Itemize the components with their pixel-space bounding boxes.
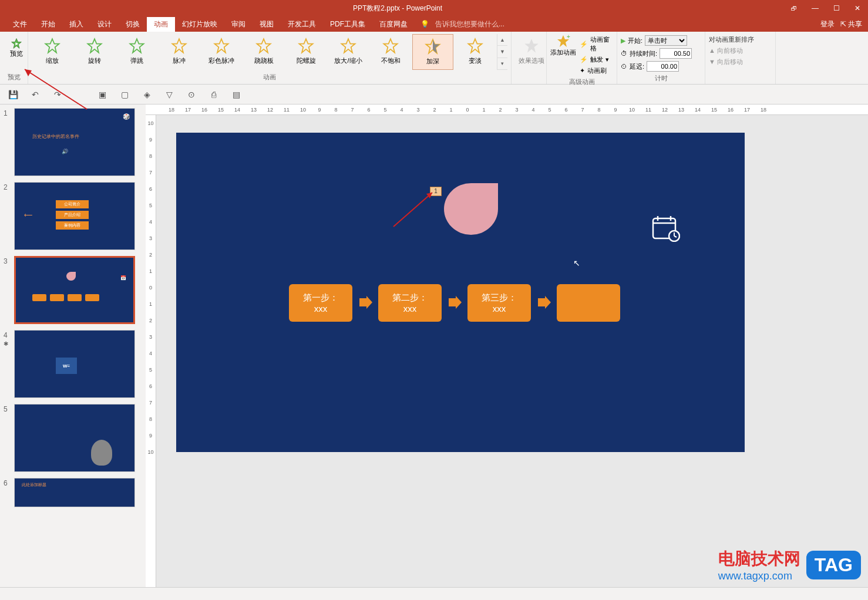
svg-marker-9 bbox=[341, 39, 355, 52]
qat-btn-5[interactable]: ⊙ bbox=[186, 89, 197, 100]
svg-marker-4 bbox=[130, 39, 143, 52]
step-arrow-3[interactable] bbox=[537, 295, 552, 310]
tab-view[interactable]: 视图 bbox=[253, 17, 281, 32]
qat-save-button[interactable]: 💾 bbox=[7, 89, 19, 100]
add-animation-icon: + bbox=[556, 34, 570, 48]
horizontal-ruler[interactable]: 1817161514131211109876543210123456789101… bbox=[146, 105, 868, 115]
animation-pane-button[interactable]: ⚡动画窗格 bbox=[580, 34, 613, 54]
tab-animations[interactable]: 动画 bbox=[147, 17, 175, 32]
anim-desaturate[interactable]: 不饱和 bbox=[370, 34, 411, 70]
tab-pdf[interactable]: PDF工具集 bbox=[323, 17, 372, 32]
pink-teardrop-shape[interactable] bbox=[444, 183, 498, 235]
vertical-ruler[interactable]: 10987654321012345678910 bbox=[146, 115, 156, 587]
step-box-4[interactable] bbox=[557, 284, 620, 322]
thumb-slide-3[interactable]: 📅 bbox=[14, 256, 135, 324]
ribbon: 预览 预览 缩放 旋转 弹跳 脉冲 彩色脉冲 跷跷板 陀螺旋 放大/缩小 不饱和… bbox=[0, 32, 868, 85]
menu-bar: 文件 开始 插入 设计 切换 动画 幻灯片放映 审阅 视图 开发工具 PDF工具… bbox=[0, 16, 868, 32]
thumb-slide-5[interactable] bbox=[14, 404, 135, 472]
effect-options-icon bbox=[523, 38, 540, 54]
maximize-button[interactable]: ☐ bbox=[826, 0, 847, 16]
delay-input[interactable] bbox=[647, 61, 679, 72]
thumb-num-6: 6 bbox=[4, 478, 14, 507]
gallery-scroll[interactable]: ▲ ▼ ▾ bbox=[497, 34, 507, 70]
title-bar: PPT教程2.pptx - PowerPoint 🗗 — ☐ ✕ bbox=[0, 0, 868, 16]
anim-growsrink[interactable]: 放大/缩小 bbox=[328, 34, 369, 70]
step-arrow-2[interactable] bbox=[448, 295, 463, 310]
tab-slideshow[interactable]: 幻灯片放映 bbox=[175, 17, 224, 32]
anim-gyro[interactable]: 陀螺旋 bbox=[285, 34, 327, 70]
close-button[interactable]: ✕ bbox=[847, 0, 868, 16]
step-box-1[interactable]: 第一步： xxx bbox=[289, 284, 352, 322]
ribbon-display-button[interactable]: 🗗 bbox=[783, 0, 805, 16]
watermark-tag: TAG bbox=[806, 551, 861, 579]
qat-btn-7[interactable]: ▤ bbox=[230, 89, 242, 100]
tell-me-input[interactable]: 告诉我您想要做什么... bbox=[435, 19, 504, 29]
tab-review[interactable]: 审阅 bbox=[224, 17, 253, 32]
step-box-2[interactable]: 第二步： xxx bbox=[378, 284, 442, 322]
tab-developer[interactable]: 开发工具 bbox=[281, 17, 323, 32]
preview-button[interactable]: 预览 bbox=[4, 34, 29, 58]
qat-btn-3[interactable]: ◈ bbox=[141, 89, 153, 100]
step-arrow-1[interactable] bbox=[358, 295, 374, 310]
animation-gallery[interactable]: 缩放 旋转 弹跳 脉冲 彩色脉冲 跷跷板 陀螺旋 放大/缩小 不饱和 加深 变淡… bbox=[32, 34, 507, 70]
animation-painter-button[interactable]: ✦动画刷 bbox=[580, 65, 613, 76]
animation-order-tag[interactable]: 1 bbox=[430, 187, 442, 196]
thumb-slide-4[interactable]: W≡ bbox=[14, 330, 135, 398]
step-box-3[interactable]: 第三步： xxx bbox=[467, 284, 531, 322]
tab-design[interactable]: 设计 bbox=[90, 17, 119, 32]
calendar-clock-icon[interactable] bbox=[651, 215, 680, 242]
gallery-down-icon[interactable]: ▼ bbox=[497, 46, 507, 58]
effect-options-button[interactable]: 效果选项 bbox=[515, 34, 548, 65]
trigger-button[interactable]: ⚡触发 ▾ bbox=[580, 54, 613, 65]
anim-spin[interactable]: 旋转 bbox=[74, 34, 115, 70]
duration-input[interactable] bbox=[660, 48, 692, 59]
minimize-button[interactable]: — bbox=[805, 0, 826, 16]
status-bar bbox=[0, 587, 868, 600]
tab-file[interactable]: 文件 bbox=[6, 17, 34, 32]
gallery-up-icon[interactable]: ▲ bbox=[497, 34, 507, 46]
thumb-slide-6[interactable]: 此处添加标题 bbox=[14, 478, 135, 507]
anim-teeter[interactable]: 跷跷板 bbox=[243, 34, 284, 70]
einstein-portrait bbox=[91, 440, 112, 466]
share-button[interactable]: ⇱ 共享 bbox=[840, 19, 862, 29]
thumb-num-3: 3 bbox=[4, 256, 14, 324]
tab-transitions[interactable]: 切换 bbox=[119, 17, 147, 32]
thumb-slide-1[interactable]: 历史记录中的若名事件 🔊 🎲 bbox=[14, 108, 135, 176]
delay-icon: ⏲ bbox=[621, 63, 627, 70]
tab-baidu[interactable]: 百度网盘 bbox=[372, 17, 415, 32]
slide-thumbnail-panel: 1 历史记录中的若名事件 🔊 🎲 2 公司简介 产品介绍 案例内容 ⟵ 3 📅 bbox=[0, 105, 146, 587]
anim-darken[interactable]: 加深 bbox=[412, 34, 453, 70]
move-earlier-button[interactable]: ▲ 向前移动 bbox=[709, 45, 772, 56]
svg-marker-28 bbox=[538, 296, 551, 309]
svg-marker-7 bbox=[257, 39, 270, 52]
start-select[interactable]: 单击时 bbox=[645, 35, 687, 46]
thumb-slide-2[interactable]: 公司简介 产品介绍 案例内容 ⟵ bbox=[14, 182, 135, 250]
watermark: 电脑技术网 www.tagxp.com TAG bbox=[718, 548, 861, 582]
anim-bounce[interactable]: 弹跳 bbox=[116, 34, 157, 70]
start-play-icon: ▶ bbox=[621, 37, 625, 45]
group-label-animation: 动画 bbox=[32, 72, 507, 82]
qat-btn-1[interactable]: ▣ bbox=[96, 89, 108, 100]
slide-canvas[interactable]: 1 第一步： xxx 第二步： xxx bbox=[176, 133, 745, 452]
start-label: 开始: bbox=[628, 36, 642, 45]
delay-label: 延迟: bbox=[630, 62, 644, 71]
qat-btn-2[interactable]: ▢ bbox=[119, 89, 130, 100]
gallery-more-icon[interactable]: ▾ bbox=[497, 58, 507, 70]
login-link[interactable]: 登录 bbox=[820, 19, 835, 29]
svg-line-17 bbox=[393, 193, 432, 227]
qat-btn-6[interactable]: ⎙ bbox=[208, 89, 220, 100]
qat-btn-4[interactable]: ▽ bbox=[163, 89, 175, 100]
tab-insert[interactable]: 插入 bbox=[62, 17, 90, 32]
qat-redo-button[interactable]: ↷ bbox=[52, 89, 63, 100]
painter-icon: ✦ bbox=[580, 67, 585, 75]
anim-colorpulse[interactable]: 彩色脉冲 bbox=[201, 34, 242, 70]
thumb-num-1: 1 bbox=[4, 108, 14, 176]
move-later-button[interactable]: ▼ 向后移动 bbox=[709, 56, 772, 68]
anim-zoom[interactable]: 缩放 bbox=[32, 34, 73, 70]
qat-undo-button[interactable]: ↶ bbox=[29, 89, 41, 100]
anim-pulse[interactable]: 脉冲 bbox=[159, 34, 200, 70]
anim-lighten[interactable]: 变淡 bbox=[455, 34, 496, 70]
quick-access-toolbar: 💾 ↶ ↷ ▣ ▢ ◈ ▽ ⊙ ⎙ ▤ bbox=[0, 85, 868, 105]
tab-home[interactable]: 开始 bbox=[34, 17, 62, 32]
add-animation-button[interactable]: + 添加动画 bbox=[550, 34, 576, 76]
